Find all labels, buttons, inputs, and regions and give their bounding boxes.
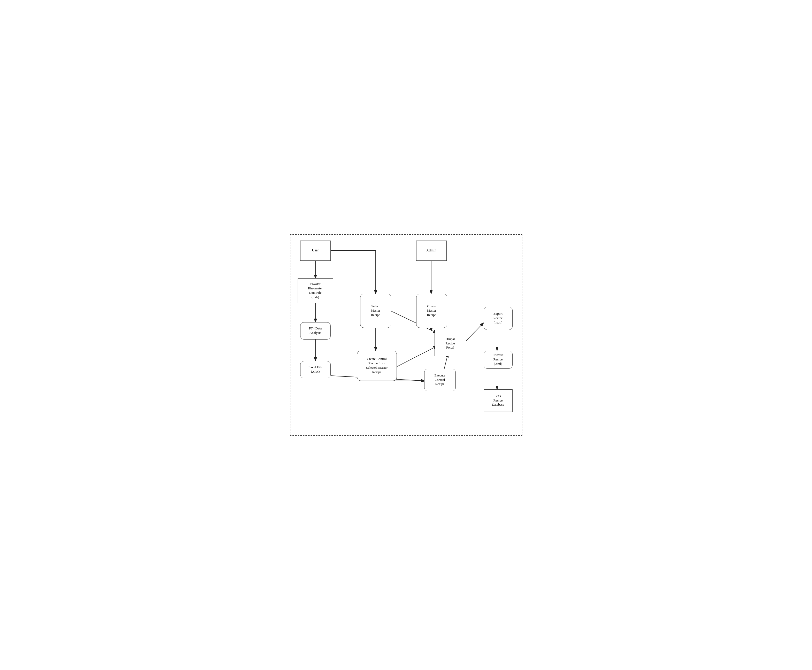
convert-recipe-node: Convert Recipe (.xml)	[484, 351, 513, 369]
export-recipe-node: Export Recipe (.json)	[484, 307, 513, 330]
svg-line-11	[466, 323, 484, 341]
user-node: User	[300, 240, 331, 261]
create-master-recipe-node: Create Master Recipe	[416, 294, 447, 328]
powder-rheometer-node: Powder Rheometer Data File (.prb)	[298, 278, 333, 303]
admin-node: Admin	[416, 240, 447, 261]
diagram-container: User Admin Powder Rheometer Data File (.…	[290, 234, 523, 436]
excel-file-node: Excel File (.xlsx)	[300, 361, 331, 378]
execute-control-recipe-node: Execute Control Recipe	[424, 369, 456, 391]
create-control-recipe-node: Create Control Recipe from Selected Mast…	[357, 351, 397, 381]
ft4-data-analysis-node: FT4 Data Analysis	[300, 322, 331, 340]
drupal-recipe-portal-node: Drupal Recipe Portal	[435, 331, 466, 356]
select-master-recipe-node: Select Master Recipe	[360, 294, 391, 328]
svg-line-8	[397, 346, 437, 367]
box-recipe-database-node: BOX Recipe Database	[484, 389, 513, 412]
